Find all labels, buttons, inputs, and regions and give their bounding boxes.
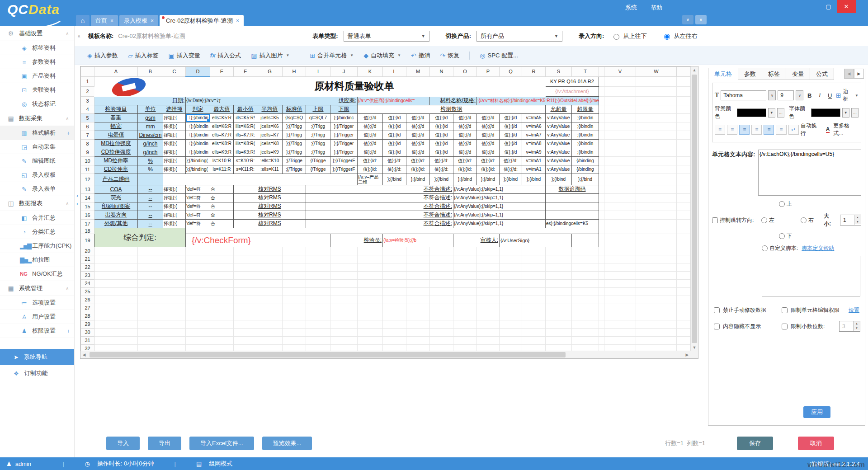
sheet-cell[interactable] [636,139,677,148]
sheet-cell[interactable] [257,263,283,271]
sheet-cell[interactable]: {/binding [572,165,599,174]
sheet-cell[interactable] [163,328,186,336]
sheet-cell[interactable] [599,96,604,105]
sheet-cell[interactable]: 值};{/d [477,122,500,131]
sheet-cell[interactable]: jcells=K8 [257,139,283,148]
sheet-cell[interactable] [138,247,163,255]
sheet-cell[interactable] [677,165,691,174]
sheet-cell[interactable] [636,193,677,202]
auto-wrap-label[interactable]: 自动换行 [801,122,821,137]
sheet-cell[interactable]: };{/bindinc [330,113,358,122]
panel-tab-公式[interactable]: 公式 [810,68,834,80]
toolbar-button-插入图片[interactable]: ▨插入图片▼ [251,52,289,60]
more-format-link[interactable]: 更多格式... [833,122,859,137]
sheet-cell[interactable] [599,328,604,336]
sheet-cell[interactable]: ;{/Trigg [306,122,330,131]
sheet-cell[interactable] [599,174,604,185]
direction-option-从左往右[interactable]: 从左往右 [662,32,697,40]
sheet-cell[interactable]: 值};{/d: [430,165,453,174]
sheet-cell[interactable] [500,312,522,320]
sheet-cell[interactable] [163,287,186,296]
sheet-cell[interactable] [358,287,383,296]
sheet-cell[interactable] [210,344,234,351]
sheet-cell[interactable] [546,263,572,271]
sheet-cell[interactable]: -- [138,211,163,219]
sidebar-item-产品资料[interactable]: ▣产品资料 [0,69,74,83]
sheet-cell[interactable] [257,296,283,304]
sheet-cell[interactable] [522,287,546,296]
row-header-19[interactable]: 19 [81,234,94,247]
spinner-down-icon[interactable]: ▼ [854,326,860,330]
bg-color-dropdown-icon[interactable]: ▼ [768,108,775,118]
sheet-cell[interactable] [406,287,430,296]
sheet-cell[interactable] [599,312,604,320]
toolbar-button-恢复[interactable]: ↷恢复 [440,52,460,60]
panel-tab-单元格[interactable]: 单元格 [708,68,738,80]
sheet-cell[interactable]: 择项};{ [163,148,186,156]
sheet-cell[interactable] [383,247,406,255]
sheet-cell[interactable] [500,296,522,304]
sheet-cell[interactable]: v=/mA9 [522,148,546,156]
sheet-cell[interactable]: 值};{/d [500,148,522,156]
close-tab-icon[interactable]: × [236,18,239,24]
sheet-cell[interactable] [358,279,383,287]
sheet-cell[interactable] [430,255,453,263]
sheet-cell[interactable] [636,263,677,271]
sheet-cell[interactable]: v=/mA1 [522,165,546,174]
sheet-cell[interactable]: ls=K10:R [210,156,234,165]
sheet-cell[interactable] [234,279,257,287]
sheet-cell[interactable] [677,336,691,344]
sheet-cell[interactable] [599,271,604,279]
sheet-cell[interactable] [430,328,453,336]
sheet-cell[interactable] [257,336,283,344]
sheet-cell[interactable] [330,328,358,336]
sheet-cell[interactable] [234,287,257,296]
sheet-cell[interactable]: ills=K8:R( [234,139,257,148]
close-button[interactable]: ✕ [837,0,856,13]
sheet-cell[interactable] [604,255,636,263]
row-header-22[interactable]: 22 [81,263,94,271]
sheet-cell[interactable] [163,304,186,312]
sheet-cell[interactable] [522,263,546,271]
sheet-cell[interactable]: ells=K7:R [210,131,234,139]
sheet-cell[interactable]: 值};{/d [500,131,522,139]
maximize-button[interactable]: ▢ [820,0,837,13]
vertical-scroll-thumb[interactable] [692,75,697,343]
sheet-cell[interactable] [330,344,358,351]
sheet-cell[interactable] [138,304,163,312]
sheet-cell[interactable] [604,328,636,336]
sheet-cell[interactable]: 出卷方向 [94,211,138,219]
horizontal-scrollbar[interactable]: ◀ ▶ [80,351,691,358]
sheet-cell[interactable]: 值};{/d [383,139,406,148]
sheet-cell[interactable] [500,271,522,279]
toolbar-button-SPC 配置...[interactable]: ◎SPC 配置... [480,52,518,60]
column-header-I[interactable]: I [306,67,330,77]
sheet-cell[interactable] [599,202,604,211]
font-color-more-button[interactable]: … [851,108,859,118]
italic-button[interactable]: I [816,91,824,100]
sheet-cell[interactable]: ills=K5:R! [234,113,257,122]
sheet-cell[interactable] [599,304,604,312]
sheet-cell[interactable]: 值};{/d: [430,156,453,165]
sheet-cell[interactable] [477,336,500,344]
sheet-cell[interactable]: 值};{/d [406,122,430,131]
sheet-cell[interactable] [477,320,500,328]
sheet-cell[interactable] [234,312,257,320]
bg-color-more-button[interactable]: … [777,108,784,118]
sheet-cell[interactable] [283,263,306,271]
sheet-cell[interactable] [358,312,383,320]
sheet-cell[interactable] [522,296,546,304]
tab-tool-button-2[interactable]: ∨ [695,15,707,24]
row-header-13[interactable]: 13 [81,185,94,193]
row-header-17[interactable]: 17 [81,219,94,228]
toolbar-button-插入参数[interactable]: ◈插入参数 [87,52,118,60]
sheet-cell[interactable] [306,296,330,304]
sheet-cell[interactable]: 单位 [138,105,163,113]
row-header-18[interactable]: 18 [81,228,94,234]
toolbar-button-插入变量[interactable]: ▣插入变量 [169,52,200,60]
column-header-G[interactable]: G [257,67,283,77]
sheet-cell[interactable]: 择项};{ [163,139,186,148]
sheet-cell[interactable]: ills=K9:R! [234,148,257,156]
sheet-cell[interactable]: ls=K11:R [210,165,234,174]
sheet-cell[interactable]: -- [138,185,163,193]
